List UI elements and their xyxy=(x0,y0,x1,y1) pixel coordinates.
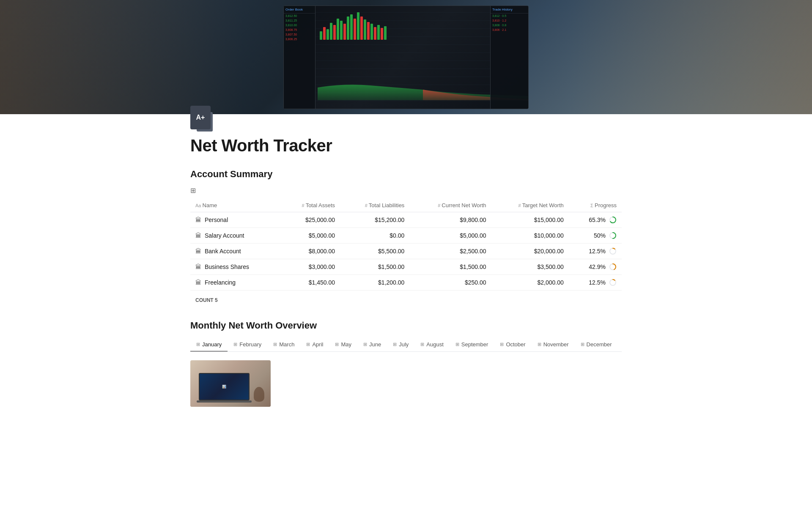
account-name-4: Freelancing xyxy=(205,279,236,286)
hero-banner: Order Book 3,812.50 3,811.25 3,810.00 3,… xyxy=(0,0,812,114)
cell-progress-2: 12.5% xyxy=(569,244,622,259)
cell-target-net-worth-3: $3,500.00 xyxy=(491,259,569,275)
table-row[interactable]: 🏛 Business Shares $3,000.00 $1,500.00 $1… xyxy=(190,259,622,275)
col-header-progress: Σ Progress xyxy=(569,199,622,212)
tab-label-8: September xyxy=(461,341,488,348)
cell-name-0: 🏛 Personal xyxy=(190,212,280,228)
tab-label-5: June xyxy=(369,341,381,348)
cell-name-3: 🏛 Business Shares xyxy=(190,259,280,275)
cell-total-assets-0: $25,000.00 xyxy=(280,212,340,228)
monthly-overview-section: Monthly Net Worth Overview ⊞January⊞Febr… xyxy=(190,320,622,407)
account-summary-table: Aa Name # Total Assets # Total Liabiliti… xyxy=(190,199,622,290)
count-label: COUNT xyxy=(195,297,214,303)
tab-december[interactable]: ⊞December xyxy=(575,338,618,352)
col-header-total-assets: # Total Assets xyxy=(280,199,340,212)
cell-target-net-worth-1: $10,000.00 xyxy=(491,228,569,244)
bank-icon-3: 🏛 xyxy=(195,263,201,270)
cell-total-liabilities-3: $1,500.00 xyxy=(340,259,409,275)
january-thumbnail[interactable]: 📊 xyxy=(190,360,271,407)
cell-name-4: 🏛 Freelancing xyxy=(190,275,280,290)
hero-screen: Order Book 3,812.50 3,811.25 3,810.00 3,… xyxy=(283,5,529,109)
cell-current-net-worth-0: $9,800.00 xyxy=(409,212,491,228)
cell-total-assets-1: $5,000.00 xyxy=(280,228,340,244)
tab-november[interactable]: ⊞November xyxy=(532,338,575,352)
tab-label-0: January xyxy=(202,341,222,348)
tab-august[interactable]: ⊞August xyxy=(414,338,449,352)
cell-total-liabilities-4: $1,200.00 xyxy=(340,275,409,290)
progress-ring-2 xyxy=(609,247,617,255)
cell-progress-1: 50% xyxy=(569,228,622,244)
cell-total-assets-4: $1,450.00 xyxy=(280,275,340,290)
tab-label-6: July xyxy=(399,341,409,348)
cell-total-liabilities-1: $0.00 xyxy=(340,228,409,244)
table-row[interactable]: 🏛 Freelancing $1,450.00 $1,200.00 $250.0… xyxy=(190,275,622,290)
progress-label-0: 65.3% xyxy=(589,217,606,223)
table-header-row: Aa Name # Total Assets # Total Liabiliti… xyxy=(190,199,622,212)
tab-march[interactable]: ⊞March xyxy=(267,338,300,352)
tab-icon-11: ⊞ xyxy=(581,342,584,347)
col-header-name: Aa Name xyxy=(190,199,280,212)
tab-icon-7: ⊞ xyxy=(420,342,424,347)
monthly-tabs: ⊞January⊞February⊞March⊞April⊞May⊞June⊞J… xyxy=(190,338,622,352)
tab-january[interactable]: ⊞January xyxy=(190,338,228,352)
cell-progress-3: 42.9% xyxy=(569,259,622,275)
account-name-1: Salary Account xyxy=(205,232,244,239)
tab-february[interactable]: ⊞February xyxy=(228,338,267,352)
progress-ring-0 xyxy=(609,216,617,224)
tab-label-7: August xyxy=(426,341,443,348)
cell-progress-0: 65.3% xyxy=(569,212,622,228)
cell-target-net-worth-2: $20,000.00 xyxy=(491,244,569,259)
progress-label-2: 12.5% xyxy=(589,248,606,255)
monthly-overview-title: Monthly Net Worth Overview xyxy=(190,320,622,331)
cell-name-1: 🏛 Salary Account xyxy=(190,228,280,244)
tab-icon-4: ⊞ xyxy=(335,342,339,347)
tab-1-more...[interactable]: ⊞1 more... xyxy=(618,338,622,352)
account-summary-title: Account Summary xyxy=(190,169,622,180)
tab-icon-1: ⊞ xyxy=(233,342,237,347)
tab-label-10: November xyxy=(543,341,569,348)
tab-july[interactable]: ⊞July xyxy=(387,338,414,352)
cell-current-net-worth-4: $250.00 xyxy=(409,275,491,290)
tab-september[interactable]: ⊞September xyxy=(450,338,494,352)
cell-target-net-worth-4: $2,000.00 xyxy=(491,275,569,290)
tab-label-2: March xyxy=(279,341,294,348)
tab-icon-2: ⊞ xyxy=(273,342,277,347)
thumbnail-area: 📊 xyxy=(190,360,622,407)
bank-icon-0: 🏛 xyxy=(195,217,201,223)
progress-label-1: 50% xyxy=(594,232,606,239)
tab-icon-8: ⊞ xyxy=(455,342,459,347)
tab-label-1: February xyxy=(239,341,261,348)
tab-icon-3: ⊞ xyxy=(306,342,310,347)
table-row[interactable]: 🏛 Salary Account $5,000.00 $0.00 $5,000.… xyxy=(190,228,622,244)
tab-june[interactable]: ⊞June xyxy=(357,338,387,352)
tab-may[interactable]: ⊞May xyxy=(329,338,357,352)
table-row[interactable]: 🏛 Bank Account $8,000.00 $5,500.00 $2,50… xyxy=(190,244,622,259)
account-name-3: Business Shares xyxy=(205,263,249,270)
tab-icon-9: ⊞ xyxy=(500,342,504,347)
col-header-total-liabilities: # Total Liabilities xyxy=(340,199,409,212)
tab-icon-10: ⊞ xyxy=(538,342,541,347)
bank-icon-1: 🏛 xyxy=(195,232,201,239)
progress-ring-4 xyxy=(609,279,617,286)
tab-april[interactable]: ⊞April xyxy=(300,338,329,352)
cell-total-liabilities-0: $15,200.00 xyxy=(340,212,409,228)
cell-target-net-worth-0: $15,000.00 xyxy=(491,212,569,228)
page-icon: A+ xyxy=(190,106,211,129)
page-title: Net Worth Tracker xyxy=(190,136,622,155)
col-header-current-net-worth: # Current Net Worth xyxy=(409,199,491,212)
table-row[interactable]: 🏛 Personal $25,000.00 $15,200.00 $9,800.… xyxy=(190,212,622,228)
account-name-0: Personal xyxy=(205,217,228,223)
count-value: 5 xyxy=(215,297,218,303)
tab-icon-0: ⊞ xyxy=(196,342,200,347)
cell-total-assets-2: $8,000.00 xyxy=(280,244,340,259)
progress-label-3: 42.9% xyxy=(589,263,606,270)
tab-label-9: October xyxy=(506,341,525,348)
tab-icon-5: ⊞ xyxy=(363,342,367,347)
col-header-target-net-worth: # Target Net Worth xyxy=(491,199,569,212)
tab-label-4: May xyxy=(341,341,351,348)
cell-current-net-worth-2: $2,500.00 xyxy=(409,244,491,259)
table-grid-icon: ⊞ xyxy=(190,186,622,195)
tab-label-11: December xyxy=(587,341,612,348)
tab-october[interactable]: ⊞October xyxy=(494,338,531,352)
cell-name-2: 🏛 Bank Account xyxy=(190,244,280,259)
